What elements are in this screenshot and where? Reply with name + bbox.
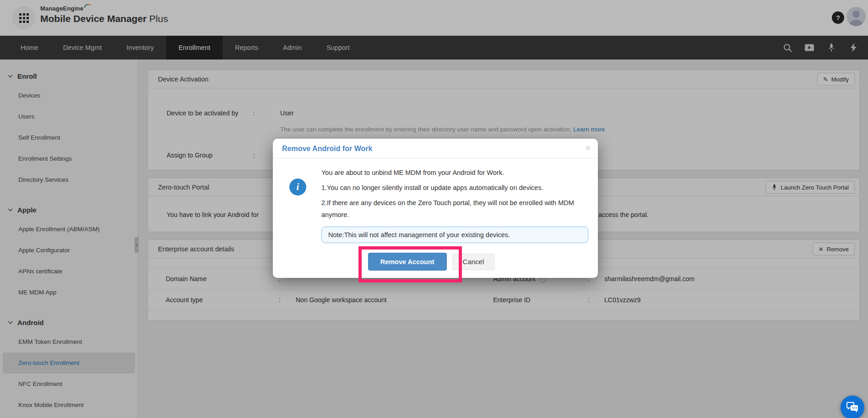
info-glyph: i (297, 181, 299, 193)
dialog-line-1: You are about to unbind ME MDM from your… (321, 167, 592, 179)
info-icon: i (289, 179, 306, 195)
dialog-footer: Remove Account Cancel (273, 243, 598, 278)
cancel-button[interactable]: Cancel (452, 254, 495, 270)
remove-android-for-work-dialog: Remove Android for Work × i You are abou… (273, 139, 598, 278)
chat-bubbles-icon (846, 402, 859, 413)
dialog-title: Remove Android for Work (282, 145, 372, 152)
page: ManageEngine Mobile Device Manager Plus … (0, 0, 868, 418)
dialog-note: Note:This will not affect management of … (321, 227, 588, 243)
dialog-body: i You are about to unbind ME MDM from yo… (273, 158, 598, 243)
close-icon[interactable]: × (585, 143, 591, 152)
live-chat-button[interactable] (841, 396, 864, 418)
dialog-header: Remove Android for Work × (273, 139, 598, 158)
remove-account-button[interactable]: Remove Account (368, 253, 447, 271)
dialog-line-2: 1.You can no longer silently install or … (321, 182, 592, 194)
dialog-line-3: 2.If there are any devices on the Zero T… (321, 197, 592, 221)
